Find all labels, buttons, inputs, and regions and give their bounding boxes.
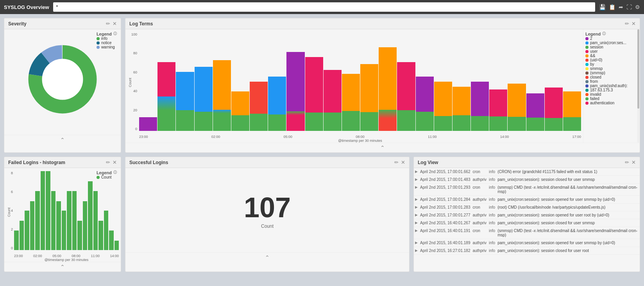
fl-bar [114,241,119,250]
topbar-icons: 💾 📋 ➦ ⛶ ⚙ [599,4,640,10]
edit-icon[interactable]: ✏ [394,159,399,165]
severity-footer[interactable]: ⌃ [4,135,121,145]
row-level: info [488,239,496,247]
fl-bar [104,211,109,250]
app-title: SYSLOG Overview [4,4,49,10]
close-icon[interactable]: ✕ [401,159,405,165]
legend-closed-dot [585,76,589,79]
fl-bar [41,171,45,250]
bar-group [526,93,544,131]
legend-2-dot [585,37,589,40]
bar-group [508,84,526,131]
row-level: info [488,219,496,227]
fl-bar [67,191,72,250]
legend-invalid-dot [585,93,589,96]
row-message: pam_unix(cron:session): session opened f… [496,239,640,247]
row-message: (root) CMD (/usr/local/bin/node /var/par… [496,204,640,211]
log-view-panel: Log View ✏ ✕ ▶ April 2nd 2015, 17:00:01.… [413,157,640,272]
legend-closed: closed [585,75,638,79]
edit-icon[interactable]: ✏ [106,159,110,165]
table-row[interactable]: ▶ April 2nd 2015, 16:27:01.182 authpriv … [414,247,640,255]
save-icon[interactable]: 💾 [599,4,606,10]
legend-by-dot [585,63,589,66]
severity-header: Severity ✏ ✕ [4,18,121,29]
table-row[interactable]: ▶ April 2nd 2015, 17:00:01.293 cron info… [414,184,640,196]
y-label: Count [128,77,132,87]
bar-group [489,89,507,131]
topbar: SYSLOG Overview 💾 📋 ➦ ⛶ ⚙ [0,0,644,14]
severity-body: Legend ⓘ info notice warning [4,29,121,135]
collapse-icon[interactable]: ⌃ [380,145,385,151]
row-source: cron [471,184,488,196]
bar-group [416,77,434,131]
fl-bar [30,201,35,250]
table-row[interactable]: ▶ April 2nd 2015, 17:00:01.284 authpriv … [414,196,640,204]
row-source: cron [471,204,488,211]
severity-legend-title: Legend ⓘ [97,31,117,36]
collapse-icon[interactable]: ⌃ [265,254,270,261]
row-message: (CRON) error (grandchild #11175 failed w… [496,168,640,176]
fl-bar [35,191,40,250]
bar-group [360,64,378,131]
severity-actions: ✏ ✕ [106,21,117,27]
successful-logins-actions: ✏ ✕ [394,159,405,165]
share-icon[interactable]: 📋 [609,4,615,10]
close-icon[interactable]: ✕ [631,21,636,27]
close-icon[interactable]: ✕ [113,21,117,27]
fl-bar [56,201,61,250]
failed-logins-footer[interactable]: ⌃ [4,262,121,272]
table-row[interactable]: ▶ April 2nd 2015, 17:00:01.283 cron info… [414,204,640,211]
fl-bar [77,221,82,250]
fl-bar [98,221,103,250]
table-row[interactable]: ▶ April 2nd 2015, 17:00:01.662 cron info… [414,168,640,176]
successful-logins-footer[interactable]: ⌃ [125,252,409,262]
legend-auth-dot [585,102,589,105]
row-date: April 2nd 2015, 17:00:01.284 [419,196,471,204]
fl-bar [72,191,77,250]
collapse-icon[interactable]: ⌃ [60,264,65,270]
bar-group [268,77,286,131]
bar-group [139,117,157,131]
x-axis-label: @timestamp per 30 minutes [139,139,581,143]
edit-icon[interactable]: ✏ [625,21,629,27]
legend-ip: 187.63.175.3 [585,88,638,92]
close-icon[interactable]: ✕ [631,159,636,165]
x-axis: 23:00 02:00 05:00 08:00 11:00 14:00 17:0… [139,135,581,139]
export-icon[interactable]: ➦ [619,4,623,10]
row-message: pam_unix(cron:session): session opened f… [496,196,640,204]
legend-by: by [585,62,638,66]
main-content: Severity ✏ ✕ Legend ⓘ info notice [0,14,644,276]
legend-session: session [585,45,638,49]
row-arrow: ▶ [414,204,419,211]
log-terms-footer[interactable]: ⌃ [125,143,640,152]
fl-x-label: @timestamp per 30 minutes [14,258,119,262]
row-arrow: ▶ [414,196,419,204]
bar-group [305,57,323,131]
bar-group [379,47,397,131]
table-row[interactable]: ▶ April 2nd 2015, 17:00:01.277 authpriv … [414,211,640,219]
table-row[interactable]: ▶ April 2nd 2015, 17:00:01.483 authpriv … [414,176,640,184]
legend-2: 2 [585,36,638,41]
log-view-body: ▶ April 2nd 2015, 17:00:01.662 cron info… [414,168,640,255]
close-icon[interactable]: ✕ [113,159,117,165]
edit-icon[interactable]: ✏ [625,159,629,165]
collapse-icon[interactable]: ⌃ [60,137,65,143]
table-row[interactable]: ▶ April 2nd 2015, 16:40:01.189 authpriv … [414,239,640,247]
row-date: April 2nd 2015, 17:00:01.293 [419,184,471,196]
big-number-container: 107 Count [129,171,406,249]
fl-bar [46,171,50,250]
table-row[interactable]: ▶ April 2nd 2015, 16:40:01.267 authpriv … [414,219,640,227]
log-view-title: Log View [418,160,438,165]
settings-icon[interactable]: ⚙ [635,4,640,10]
table-row[interactable]: ▶ April 2nd 2015, 16:40:01.191 cron info… [414,227,640,239]
search-input[interactable] [53,2,595,12]
legend-invalid: invalid [585,92,638,97]
failed-logins-actions: ✏ ✕ [106,159,117,165]
bar-group [342,74,360,131]
donut-chart [23,40,102,118]
legend-smmsp-paren: (smmsp) [585,71,638,75]
row-level: info [488,211,496,219]
fullscreen-icon[interactable]: ⛶ [626,4,632,10]
edit-icon[interactable]: ✏ [106,21,110,27]
severity-legend: Legend ⓘ info notice warning [97,31,117,49]
